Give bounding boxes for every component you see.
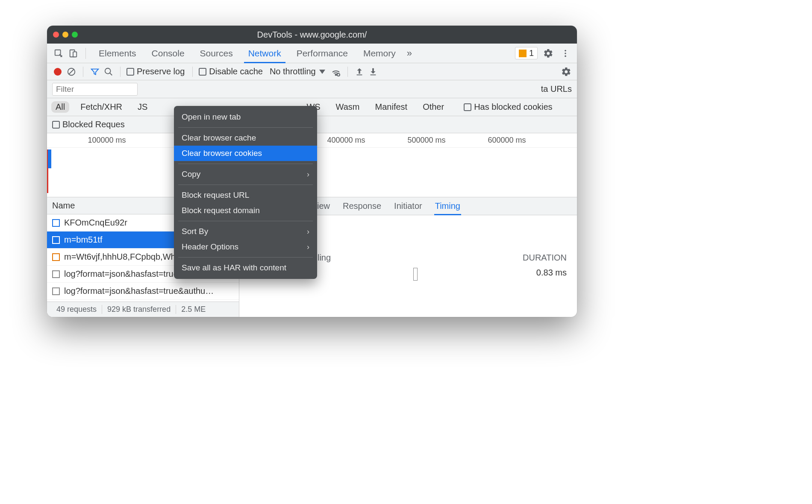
cm-sort-by[interactable]: Sort By› [174, 224, 317, 239]
tab-sources[interactable]: Sources [193, 44, 240, 63]
has-blocked-cookies-label: Has blocked cookies [474, 102, 552, 112]
network-settings-gear-icon[interactable] [561, 66, 572, 77]
cm-label: Clear browser cache [182, 133, 256, 143]
filter-row: ta URLs [47, 80, 577, 98]
blocked-requests-label: Blocked Reques [62, 120, 125, 129]
minimize-window-button[interactable] [62, 32, 68, 38]
cm-label: Header Options [182, 242, 238, 252]
clear-button[interactable] [66, 66, 77, 77]
network-conditions-icon[interactable] [330, 66, 341, 77]
filter-input[interactable] [52, 83, 138, 96]
checkbox-icon [127, 68, 134, 76]
disable-cache-label: Disable cache [209, 67, 263, 76]
file-icon [52, 287, 60, 295]
svg-rect-2 [73, 52, 76, 57]
name-header-label: Name [52, 201, 75, 211]
traffic-lights [53, 32, 78, 38]
checkbox-icon [199, 68, 206, 76]
inspect-element-icon[interactable] [52, 47, 65, 60]
svg-point-8 [105, 68, 111, 73]
titlebar: DevTools - www.google.com/ [47, 26, 577, 44]
request-name: m=Wt6vjf,hhhU8,FCpbqb,WhJNk [64, 252, 190, 262]
more-tabs-icon[interactable]: » [404, 48, 415, 59]
cm-clear-browser-cookies[interactable]: Clear browser cookies [174, 146, 317, 161]
cm-label: Save all as HAR with content [182, 263, 286, 273]
type-chip-all[interactable]: All [51, 101, 69, 113]
cm-block-request-domain[interactable]: Block request domain [174, 203, 317, 218]
timeline-tick: 100000 ms [88, 136, 126, 145]
queueing-duration: 0.83 ms [536, 268, 567, 281]
search-icon[interactable] [103, 66, 114, 77]
duration-header: DURATION [523, 253, 567, 263]
svg-point-10 [335, 74, 336, 75]
svg-point-3 [565, 50, 566, 51]
type-chip-other[interactable]: Other [418, 101, 448, 113]
disable-cache-checkbox[interactable]: Disable cache [199, 67, 263, 76]
has-blocked-cookies-checkbox[interactable]: Has blocked cookies [464, 102, 552, 112]
window-title: DevTools - www.google.com/ [47, 30, 577, 40]
record-button[interactable] [52, 66, 63, 77]
request-row[interactable]: log?format=json&hasfast=true&authu… [47, 283, 239, 300]
tab-performance[interactable]: Performance [290, 44, 355, 63]
kebab-menu-icon[interactable] [559, 47, 572, 60]
checkbox-icon [52, 121, 60, 129]
warning-icon [519, 50, 527, 57]
timeline-selection[interactable] [48, 149, 51, 168]
detail-tab-response[interactable]: Response [343, 197, 381, 215]
tab-elements[interactable]: Elements [92, 44, 143, 63]
status-footer: 49 requests 929 kB transferred 2.5 ME [47, 302, 239, 317]
cm-block-request-url[interactable]: Block request URL [174, 188, 317, 203]
cm-separator [178, 127, 313, 128]
cm-header-options[interactable]: Header Options› [174, 239, 317, 255]
cm-open-new-tab[interactable]: Open in new tab [174, 109, 317, 125]
upload-har-icon[interactable] [354, 66, 365, 77]
type-chip-js[interactable]: JS [133, 101, 152, 113]
svg-point-5 [565, 55, 566, 57]
type-chip-manifest[interactable]: Manifest [371, 101, 412, 113]
request-name: KFOmCnqEu92r [64, 218, 127, 228]
tab-network[interactable]: Network [241, 44, 288, 63]
type-chip-wasm[interactable]: Wasm [332, 101, 364, 113]
cm-clear-browser-cache[interactable]: Clear browser cache [174, 130, 317, 146]
tab-label: Console [152, 48, 185, 59]
timeline-tick: 500000 ms [407, 136, 445, 145]
tab-label: Elements [99, 48, 136, 59]
record-icon [54, 68, 62, 76]
queueing-bar-icon [413, 268, 418, 281]
chevron-right-icon: › [307, 170, 309, 179]
svg-rect-13 [370, 74, 376, 75]
checkbox-icon [464, 103, 471, 111]
issues-count: 1 [529, 48, 534, 58]
device-toolbar-icon[interactable] [67, 47, 79, 60]
tab-memory[interactable]: Memory [356, 44, 403, 63]
download-har-icon[interactable] [368, 66, 379, 77]
preserve-log-checkbox[interactable]: Preserve log [127, 67, 185, 76]
tab-label: Memory [363, 48, 396, 59]
detail-tab-initiator[interactable]: Initiator [394, 197, 422, 215]
cm-label: Block request domain [182, 206, 260, 215]
network-toolbar: Preserve log Disable cache No throttling [47, 63, 577, 80]
cm-separator [178, 221, 313, 221]
timeline-tick: 400000 ms [327, 136, 365, 145]
cm-separator [178, 164, 313, 164]
maximize-window-button[interactable] [72, 32, 78, 38]
close-window-button[interactable] [53, 32, 59, 38]
throttling-dropdown[interactable]: No throttling [267, 67, 328, 76]
svg-line-9 [110, 73, 112, 75]
cm-label: Block request URL [182, 190, 249, 200]
settings-gear-icon[interactable] [542, 47, 555, 60]
svg-point-11 [337, 73, 340, 76]
file-icon [52, 253, 60, 261]
context-menu: Open in new tab Clear browser cache Clea… [174, 106, 317, 279]
request-name: log?format=json&hasfast=true&authu… [64, 286, 214, 296]
detail-tab-timing[interactable]: Timing [435, 197, 460, 215]
tab-console[interactable]: Console [145, 44, 191, 63]
type-chip-fetch-xhr[interactable]: Fetch/XHR [76, 101, 127, 113]
cm-save-all-har[interactable]: Save all as HAR with content [174, 260, 317, 275]
issues-badge[interactable]: 1 [515, 47, 538, 59]
tab-label: Network [248, 48, 281, 59]
cm-label: Copy [182, 170, 200, 179]
blocked-requests-checkbox[interactable]: Blocked Reques [52, 120, 125, 129]
filter-toggle-icon[interactable] [89, 66, 100, 77]
cm-copy[interactable]: Copy› [174, 167, 317, 182]
